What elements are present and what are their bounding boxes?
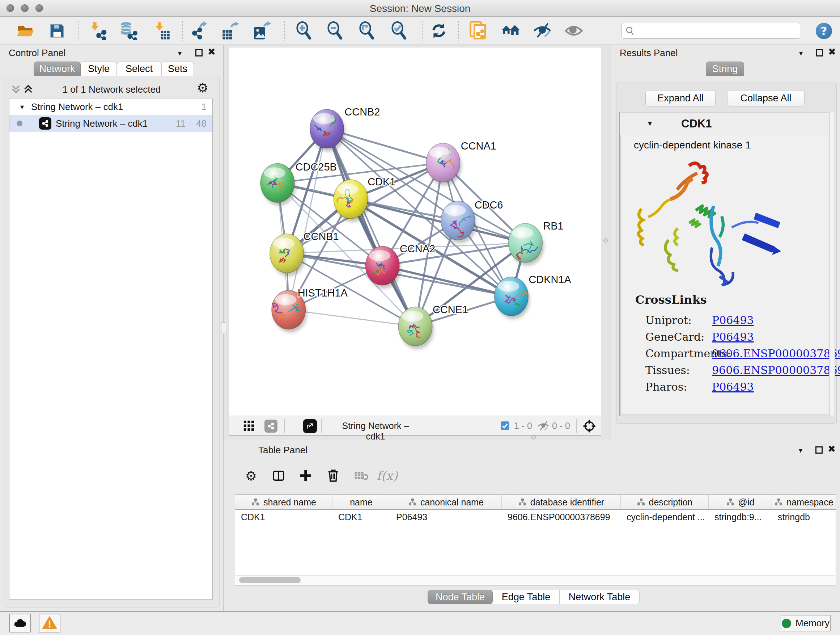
bottom-splitter-handle[interactable]	[531, 435, 536, 440]
tab-network[interactable]: Network	[34, 62, 81, 76]
network-node-ccna2[interactable]	[365, 246, 399, 285]
column-label: canonical name	[420, 497, 484, 508]
help-button[interactable]: ?	[816, 23, 832, 39]
gene-section-header[interactable]: ▾ CDK1	[620, 115, 829, 133]
network-options-gear-icon[interactable]: ⚙	[197, 80, 208, 95]
create-column-icon[interactable]	[295, 466, 316, 486]
network-node-cdc25b[interactable]	[261, 163, 294, 203]
tab-select-label: Select	[126, 63, 153, 74]
tab-style[interactable]: Style	[81, 62, 117, 76]
table-options-gear-icon[interactable]: ⚙	[241, 466, 261, 486]
import-table-file-button[interactable]	[152, 21, 172, 41]
network-node-ccna1[interactable]	[426, 143, 460, 182]
birds-eye-crosshair-icon[interactable]	[582, 419, 597, 433]
panel-menu-icon[interactable]: ▾	[799, 49, 803, 57]
search-input[interactable]	[638, 24, 800, 38]
crosslink-link[interactable]: 9606.ENSP00000378699	[712, 347, 840, 360]
column-network-icon	[637, 498, 645, 507]
network-row-selected[interactable]: String Network – cdk1 11 48	[9, 115, 212, 132]
grid-view-icon[interactable]	[243, 420, 255, 432]
column-header-canonical-name[interactable]: canonical name	[390, 495, 502, 509]
warnings-button[interactable]	[39, 614, 60, 632]
node-label-ccne1: CCNE1	[433, 304, 468, 315]
crosslink-label: Tissues:	[635, 364, 712, 377]
panel-float-icon[interactable]	[815, 447, 823, 454]
network-node-ccnb1[interactable]	[270, 234, 304, 273]
show-graphics-details-button[interactable]	[564, 21, 584, 41]
export-image-icon	[253, 21, 271, 40]
tab-edge-table[interactable]: Edge Table	[493, 590, 559, 604]
zoom-fit-button[interactable]	[357, 21, 377, 41]
import-network-database-button[interactable]	[118, 21, 139, 41]
crosslink-link[interactable]: 9606.ENSP00000378699	[712, 364, 840, 377]
network-view[interactable]: CCNB2CCNA1CDC25BCDK1CDC6RB1CCNB1CCNA2CDK…	[229, 47, 601, 416]
table-horizontal-scrollbar[interactable]	[235, 575, 835, 584]
tab-string[interactable]: String	[706, 62, 744, 76]
network-node-rb1[interactable]	[508, 223, 542, 263]
zoom-in-button[interactable]	[294, 21, 314, 41]
panel-close-icon[interactable]: ✖	[828, 46, 836, 57]
string-protocols-button[interactable]	[469, 21, 489, 41]
save-session-button[interactable]	[47, 21, 67, 41]
string-home-button[interactable]	[501, 21, 521, 41]
export-image-button[interactable]	[252, 21, 272, 41]
expand-all-button[interactable]: Expand All	[645, 90, 715, 106]
open-session-button[interactable]	[15, 21, 35, 41]
column-header-database-identifier[interactable]: database identifier	[502, 495, 621, 509]
tab-select[interactable]: Select	[117, 62, 161, 76]
tab-node-table[interactable]: Node Table	[428, 590, 493, 604]
network-share-view-icon[interactable]	[264, 420, 278, 432]
left-splitter-handle[interactable]	[221, 322, 226, 333]
column-header-shared-name[interactable]: shared name	[235, 495, 332, 509]
detach-view-icon[interactable]	[303, 419, 317, 433]
panel-float-icon[interactable]	[195, 49, 202, 57]
zoom-out-button[interactable]	[325, 21, 345, 41]
results-scrollbar[interactable]	[829, 112, 835, 416]
panel-float-icon[interactable]	[816, 49, 823, 57]
column-header-id[interactable]: @id	[709, 495, 772, 509]
right-splitter-handle[interactable]	[603, 238, 608, 242]
selected-checkbox-icon[interactable]	[500, 421, 510, 431]
window-title: Session: New Session	[0, 3, 840, 14]
network-node-cdkn1a[interactable]	[494, 277, 529, 316]
network-canvas[interactable]: CCNB2CCNA1CDC25BCDK1CDC6RB1CCNB1CCNA2CDK…	[229, 48, 601, 415]
network-node-ccne1[interactable]	[398, 307, 432, 346]
panel-close-icon[interactable]: ✖	[208, 46, 216, 57]
network-collection-row[interactable]: ▾ String Network – cdk1 1	[9, 98, 212, 115]
collection-expand-icon[interactable]: ▾	[20, 103, 24, 111]
gene-collapse-icon[interactable]: ▾	[648, 119, 652, 128]
tab-sets-label: Sets	[168, 63, 187, 74]
panel-close-icon[interactable]: ✖	[828, 443, 836, 454]
table-row[interactable]: CDK1 CDK1 P06493 9606.ENSP00000378699 cy…	[235, 510, 836, 524]
network-node-cdc6[interactable]	[441, 201, 475, 240]
column-header-description[interactable]: description	[621, 495, 709, 509]
crosslink-link[interactable]: P06493	[712, 314, 754, 326]
crosslink-link[interactable]: P06493	[712, 331, 754, 343]
scrollbar-thumb[interactable]	[239, 577, 301, 583]
panel-menu-icon[interactable]: ▾	[178, 49, 182, 57]
crosslink-label: GeneCard:	[635, 331, 712, 343]
zoom-selected-button[interactable]	[389, 21, 409, 41]
export-network-button[interactable]	[189, 21, 210, 41]
apply-style-refresh-button[interactable]	[429, 21, 449, 41]
node-label-ccna2: CCNA2	[400, 243, 435, 255]
import-network-file-button[interactable]	[88, 21, 108, 41]
crosslink-link[interactable]: P06493	[712, 380, 754, 393]
show-columns-icon[interactable]	[268, 466, 289, 486]
memory-button[interactable]: Memory	[781, 615, 831, 631]
tab-network-table[interactable]: Network Table	[559, 590, 639, 604]
collapse-all-button[interactable]: Collapse All	[727, 90, 805, 106]
tab-sets[interactable]: Sets	[161, 62, 194, 76]
hide-glass-effect-button[interactable]	[532, 21, 553, 41]
delete-column-trash-icon[interactable]	[323, 466, 343, 486]
control-panel: Control Panel ▾ ✖ Network Style Select S…	[0, 45, 224, 611]
column-header-namespace[interactable]: namespace	[772, 495, 836, 509]
export-table-button[interactable]	[220, 21, 240, 41]
column-network-icon	[408, 498, 417, 507]
search-box[interactable]	[622, 23, 800, 39]
cloud-status-button[interactable]	[9, 614, 31, 632]
panel-menu-icon[interactable]: ▾	[799, 446, 802, 455]
network-node-ccnb2[interactable]	[310, 109, 344, 149]
network-node-cdk1[interactable]	[333, 180, 368, 219]
column-header-name[interactable]: name	[332, 495, 390, 509]
